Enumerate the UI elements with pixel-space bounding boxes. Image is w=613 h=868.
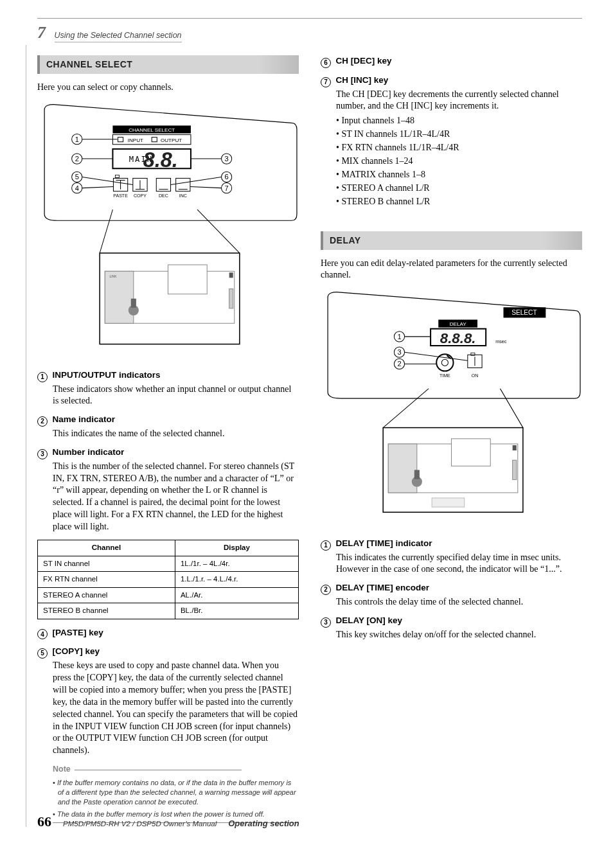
- delay-diagram: SELECT DELAY 8.8.8. msec TIME ON 1 2 3: [321, 290, 582, 526]
- channel-select-diagram: CHANNEL SELECT INPUT OUTPUT MAIN 8.8. PA…: [37, 103, 299, 358]
- item-title: DELAY [TIME] encoder: [336, 583, 430, 592]
- svg-text:1: 1: [75, 136, 79, 143]
- svg-text:2: 2: [75, 155, 79, 163]
- svg-text:INC: INC: [179, 193, 187, 199]
- page-number: 66: [37, 812, 51, 831]
- item-delay-time-indicator: 1 DELAY [TIME] indicator This indicates …: [321, 538, 582, 576]
- bullet: Input channels 1–48: [336, 115, 582, 127]
- item-title: [PASTE] key: [53, 628, 103, 637]
- svg-rect-56: [229, 272, 233, 278]
- delay-item-list: 1 DELAY [TIME] indicator This indicates …: [321, 538, 582, 641]
- ch-dec-inc-list: 6 CH [DEC] key 7 CH [INC] key The CH [DE…: [321, 55, 582, 208]
- section-label: Operating section: [228, 818, 299, 829]
- circled-3-icon: 3: [37, 449, 48, 459]
- item-copy-key: 5 [COPY] key These keys are used to copy…: [37, 646, 299, 757]
- channel-select-intro: Here you can select or copy channels.: [37, 82, 299, 94]
- table-row: STEREO A channelAL./Ar.: [38, 587, 299, 603]
- svg-text:3: 3: [225, 155, 229, 163]
- item-ch-dec-key: 6 CH [DEC] key: [321, 55, 582, 68]
- item-body: This controls the delay time of the sele…: [336, 596, 582, 608]
- svg-rect-87: [388, 444, 417, 493]
- svg-text:CHANNEL SELECT: CHANNEL SELECT: [129, 127, 175, 132]
- circled-7-icon: 7: [321, 77, 331, 87]
- item-body: These keys are used to copy and paste ch…: [53, 660, 299, 757]
- bullet: MIX channels 1–24: [336, 155, 582, 168]
- svg-text:5: 5: [75, 173, 79, 181]
- channel-type-bullets: Input channels 1–48 ST IN channels 1L/1R…: [336, 115, 582, 208]
- channel-select-item-list-b: 4 [PASTE] key 5 [COPY] key These keys ar…: [37, 627, 299, 757]
- right-column: 6 CH [DEC] key 7 CH [INC] key The CH [DE…: [321, 55, 582, 828]
- item-body: The CH [DEC] key decrements the currentl…: [336, 89, 582, 113]
- item-input-output-indicators: 1 INPUT/OUTPUT indicators These indicato…: [37, 369, 299, 408]
- svg-text:1: 1: [397, 333, 401, 341]
- svg-rect-88: [452, 439, 491, 466]
- table-header-display: Display: [175, 540, 298, 556]
- bullet: MATRIX channels 1–8: [336, 169, 582, 181]
- item-title: CH [INC] key: [336, 75, 389, 85]
- svg-text:2: 2: [397, 360, 401, 368]
- svg-text:OUTPUT: OUTPUT: [161, 137, 182, 143]
- left-column: CHANNEL SELECT Here you can select or co…: [37, 55, 299, 828]
- svg-text:SELECT: SELECT: [511, 310, 537, 317]
- svg-rect-91: [513, 445, 517, 450]
- svg-text:ON: ON: [472, 373, 479, 378]
- item-number-indicator: 3 Number indicator This is the number of…: [37, 447, 299, 533]
- svg-text:PASTE: PASTE: [113, 193, 128, 199]
- svg-text:INPUT: INPUT: [128, 137, 143, 143]
- svg-text:msec: msec: [495, 339, 506, 344]
- item-paste-key: 4 [PASTE] key: [37, 627, 299, 640]
- table-row: FX RTN channel1.L./1.r. – 4.L./4.r.: [38, 572, 299, 588]
- item-title: [COPY] key: [53, 646, 100, 656]
- two-column-layout: CHANNEL SELECT Here you can select or co…: [37, 55, 582, 828]
- circled-2-icon: 2: [37, 416, 48, 427]
- item-delay-time-encoder: 2 DELAY [TIME] encoder This controls the…: [321, 582, 582, 608]
- bullet: STEREO A channel L/R: [336, 182, 582, 195]
- svg-text:COPY: COPY: [134, 193, 147, 199]
- page-header: 7 Using the Selected Channel section: [37, 18, 582, 44]
- channel-display-table: Channel Display ST IN channel1L./1r. – 4…: [37, 540, 299, 619]
- svg-text:7: 7: [225, 184, 229, 192]
- svg-text:DELAY: DELAY: [450, 321, 467, 327]
- section-heading-delay: DELAY: [321, 231, 582, 250]
- circled-1-icon: 1: [321, 540, 331, 551]
- item-body: This indicates the currently specified d…: [336, 552, 582, 576]
- svg-rect-51: [105, 271, 134, 323]
- note-label: Note: [53, 764, 71, 775]
- svg-text:4: 4: [75, 184, 79, 192]
- item-title: CH [DEC] key: [336, 56, 392, 66]
- svg-text:8.8.: 8.8.: [143, 148, 178, 172]
- chapter-title: Using the Selected Channel section: [55, 31, 182, 42]
- item-body: This key switches delay on/off for the s…: [336, 629, 582, 641]
- svg-rect-52: [168, 265, 208, 294]
- item-title: Number indicator: [53, 447, 125, 457]
- svg-text:3: 3: [397, 349, 401, 357]
- svg-rect-54: [131, 299, 136, 308]
- svg-text:TIME: TIME: [440, 373, 450, 378]
- circled-6-icon: 6: [321, 58, 331, 68]
- table-row: STEREO B channelBL./Br.: [38, 603, 299, 619]
- circled-5-icon: 5: [37, 648, 48, 659]
- table-header-channel: Channel: [38, 540, 175, 556]
- note-bullet: If the buffer memory contains no data, o…: [53, 778, 299, 807]
- bullet: STEREO B channel L/R: [336, 196, 582, 208]
- item-title: INPUT/OUTPUT indicators: [53, 370, 161, 380]
- svg-rect-93: [432, 498, 465, 507]
- item-delay-on-key: 3 DELAY [ON] key This key switches delay…: [321, 615, 582, 641]
- left-margin-rule: [26, 45, 26, 827]
- channel-select-item-list-a: 1 INPUT/OUTPUT indicators These indicato…: [37, 369, 299, 533]
- svg-rect-57: [229, 288, 233, 308]
- bullet: ST IN channels 1L/1R–4L/4R: [336, 128, 582, 141]
- item-ch-inc-key: 7 CH [INC] key The CH [DEC] key decremen…: [321, 75, 582, 208]
- chapter-number: 7: [37, 23, 46, 42]
- section-heading-channel-select: CHANNEL SELECT: [37, 55, 299, 74]
- doc-title: PM5D/PM5D-RH V2 / DSP5D Owner’s Manual: [63, 819, 217, 829]
- item-body: This indicates the name of the selected …: [53, 428, 299, 440]
- page-footer: 66 PM5D/PM5D-RH V2 / DSP5D Owner’s Manua…: [37, 812, 582, 831]
- circled-1-icon: 1: [37, 372, 48, 382]
- svg-text:DEC: DEC: [159, 193, 168, 199]
- item-body: This is the number of the selected chann…: [53, 461, 299, 533]
- item-body: These indicators show whether an input c…: [53, 384, 299, 408]
- svg-rect-92: [513, 461, 517, 480]
- table-row: ST IN channel1L./1r. – 4L./4r.: [38, 556, 299, 572]
- note-rule: [75, 770, 242, 770]
